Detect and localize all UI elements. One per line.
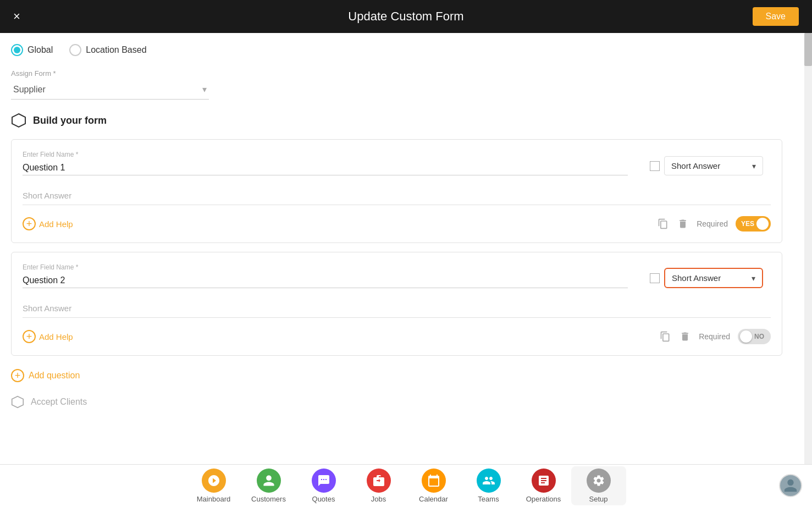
- nav-item-customers[interactable]: Customers: [241, 469, 296, 503]
- scrollbar[interactable]: [804, 33, 812, 464]
- question-2-right-actions: Required NO: [659, 329, 771, 344]
- nav-item-mainboard[interactable]: Mainboard: [186, 469, 241, 503]
- question-2-add-help-button[interactable]: + Add Help: [23, 330, 73, 343]
- jobs-label: Jobs: [371, 495, 386, 503]
- nav-item-jobs[interactable]: Jobs: [351, 469, 406, 503]
- question-2-required-label: Required: [699, 332, 730, 341]
- scrollbar-thumb[interactable]: [804, 33, 812, 66]
- question-2-trash-icon[interactable]: [679, 330, 691, 343]
- add-question-button[interactable]: + Add question: [11, 365, 80, 387]
- assign-form-dropdown[interactable]: Supplier ▾: [11, 80, 209, 100]
- question-2-dropdown-arrow-icon: ▾: [752, 274, 755, 283]
- question-1-toggle-ball: [756, 218, 769, 230]
- question-2-required-toggle[interactable]: NO: [738, 329, 771, 344]
- question-1-right-actions: Required YES: [657, 216, 771, 232]
- question-1-required-toggle[interactable]: YES: [736, 216, 771, 232]
- question-card-2: Enter Field Name * Short Answer ▾ Short …: [11, 252, 782, 356]
- assign-form-section: Assign Form * Supplier ▾: [11, 69, 782, 100]
- hexagon-icon: [11, 113, 26, 128]
- partial-hexagon-icon: [11, 395, 24, 409]
- partial-section-label: Accept Clients: [31, 397, 87, 407]
- nav-item-teams[interactable]: Teams: [461, 469, 516, 503]
- question-1-trash-icon[interactable]: [677, 218, 689, 230]
- global-radio-inner: [14, 47, 20, 53]
- question-1-field-row: Enter Field Name * Short Answer ▾: [23, 151, 771, 175]
- operations-label: Operations: [526, 495, 561, 503]
- nav-item-operations[interactable]: Operations: [516, 469, 571, 503]
- question-1-add-help-button[interactable]: + Add Help: [23, 217, 73, 230]
- question-2-footer: + Add Help Required NO: [23, 329, 771, 344]
- calendar-label: Calendar: [419, 495, 448, 503]
- question-2-field-input[interactable]: [23, 273, 628, 288]
- question-1-plus-icon: +: [23, 217, 36, 230]
- question-2-toggle-no-label: NO: [754, 333, 764, 340]
- add-question-label: Add question: [29, 371, 80, 381]
- nav-item-setup[interactable]: Setup: [571, 466, 626, 505]
- nav-item-calendar[interactable]: Calendar: [406, 469, 461, 503]
- question-1-add-help-label: Add Help: [39, 219, 73, 229]
- question-card-1: Enter Field Name * Short Answer ▾ Short …: [11, 139, 782, 243]
- teams-icon: [477, 469, 501, 493]
- page-title: Update Custom Form: [348, 9, 463, 24]
- quotes-icon: [312, 469, 336, 493]
- mainboard-label: Mainboard: [197, 495, 230, 503]
- location-based-radio-circle: [69, 44, 81, 56]
- setup-label: Setup: [589, 495, 608, 503]
- teams-label: Teams: [478, 495, 499, 503]
- add-question-plus-icon: +: [11, 369, 24, 382]
- question-2-answer-type-section: Short Answer ▾: [650, 268, 771, 288]
- question-1-field-input[interactable]: [23, 161, 628, 175]
- svg-marker-0: [12, 114, 25, 127]
- question-2-toggle-ball: [740, 330, 752, 343]
- nav-items: Mainboard Customers Quotes Jobs Calendar: [186, 466, 626, 505]
- question-2-name-section: Enter Field Name *: [23, 263, 628, 288]
- question-1-checkbox[interactable]: [650, 161, 660, 171]
- question-2-field-label: Enter Field Name *: [23, 263, 628, 271]
- calendar-icon: [422, 469, 446, 493]
- question-1-short-answer: Short Answer: [23, 186, 771, 205]
- partial-section: Accept Clients: [11, 395, 782, 409]
- question-1-dropdown-arrow-icon: ▾: [752, 162, 756, 170]
- operations-icon: [532, 469, 556, 493]
- mainboard-icon: [202, 469, 226, 493]
- assign-form-arrow-icon: ▾: [202, 84, 207, 95]
- question-1-name-section: Enter Field Name *: [23, 151, 628, 175]
- location-based-radio-label: Location Based: [86, 45, 146, 55]
- question-1-type-dropdown[interactable]: Short Answer ▾: [664, 156, 763, 175]
- question-1-footer: + Add Help Required YES: [23, 216, 771, 232]
- question-2-short-answer: Short Answer: [23, 299, 771, 318]
- global-radio[interactable]: Global: [11, 44, 53, 56]
- user-avatar[interactable]: [779, 474, 802, 497]
- question-1-copy-icon[interactable]: [657, 218, 669, 230]
- question-2-type-label: Short Answer: [672, 273, 752, 283]
- header: × Update Custom Form Save: [0, 0, 812, 33]
- main-content: Global Location Based Assign Form * Supp…: [0, 33, 804, 464]
- bottom-nav: Mainboard Customers Quotes Jobs Calendar: [0, 464, 812, 507]
- build-form-header: Build your form: [11, 113, 782, 128]
- save-button[interactable]: Save: [753, 7, 799, 26]
- question-1-required-label: Required: [697, 219, 728, 228]
- nav-item-quotes[interactable]: Quotes: [296, 469, 351, 503]
- question-2-field-row: Enter Field Name * Short Answer ▾: [23, 263, 771, 288]
- jobs-icon: [367, 469, 391, 493]
- quotes-label: Quotes: [312, 495, 335, 503]
- question-1-type-label: Short Answer: [671, 161, 752, 170]
- question-2-plus-icon: +: [23, 330, 36, 343]
- question-2-copy-icon[interactable]: [659, 330, 671, 343]
- question-1-toggle-yes-label: YES: [741, 220, 754, 228]
- location-based-radio[interactable]: Location Based: [69, 44, 146, 56]
- global-radio-label: Global: [27, 45, 53, 55]
- form-type-radio-group: Global Location Based: [11, 44, 782, 56]
- build-form-title: Build your form: [33, 115, 107, 126]
- question-2-add-help-label: Add Help: [39, 332, 73, 341]
- question-2-checkbox[interactable]: [650, 273, 660, 283]
- question-2-type-dropdown[interactable]: Short Answer ▾: [664, 268, 763, 288]
- assign-form-label: Assign Form *: [11, 69, 782, 78]
- customers-icon: [257, 469, 281, 493]
- svg-marker-1: [12, 396, 24, 408]
- question-1-field-label: Enter Field Name *: [23, 151, 628, 158]
- close-button[interactable]: ×: [13, 10, 20, 23]
- setup-icon: [587, 469, 611, 493]
- global-radio-circle: [11, 44, 23, 56]
- customers-label: Customers: [251, 495, 286, 503]
